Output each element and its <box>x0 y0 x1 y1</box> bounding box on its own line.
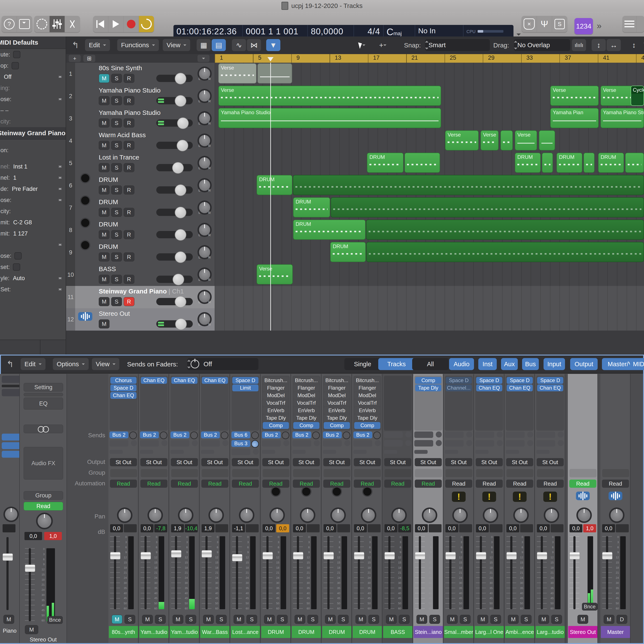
plugin-slot[interactable]: Bitcrush... <box>263 377 289 384</box>
fader-cap[interactable] <box>110 552 120 559</box>
volume-slider[interactable] <box>156 142 193 149</box>
play-button[interactable] <box>108 16 124 32</box>
rewind-button[interactable] <box>93 16 108 32</box>
channel-name[interactable]: Ambi...ence <box>505 626 534 638</box>
plugin-slot[interactable]: Chan EQ <box>110 392 137 399</box>
fader-cap[interactable] <box>506 552 517 559</box>
pan-knob[interactable]: LR <box>197 267 212 282</box>
send-level-knob[interactable] <box>190 431 198 439</box>
group-slot[interactable] <box>201 469 229 477</box>
send-slot[interactable]: Bus 3 <box>231 440 250 447</box>
automation-mode-button[interactable]: Read <box>569 480 596 488</box>
pan-knob[interactable]: LR <box>197 178 212 192</box>
mixer-mode-tracks[interactable]: Tracks <box>378 358 415 370</box>
volume-slider-thumb[interactable] <box>175 296 186 308</box>
track-header[interactable]: 11Steinway Grand Piano | Ch1MSRLR <box>66 286 215 309</box>
midi-region[interactable] <box>583 153 595 173</box>
channel-name[interactable]: Yam...tudio <box>139 626 169 638</box>
track-header[interactable]: 8DRUMMSRLR <box>66 219 215 242</box>
fader-cap[interactable] <box>415 552 425 559</box>
snap-select[interactable]: Smart <box>425 39 490 51</box>
volume-slider[interactable] <box>156 276 193 283</box>
automation-mode-button[interactable]: Read <box>201 480 228 488</box>
inspector-row-value[interactable]: Auto <box>13 275 25 282</box>
empty-send-slot[interactable] <box>109 440 128 447</box>
track-solo-button[interactable]: S <box>111 297 122 306</box>
peak-db-value[interactable] <box>368 524 381 532</box>
output-slot[interactable]: St Out <box>354 458 381 466</box>
peak-db-value[interactable]: -8,5 <box>398 524 411 532</box>
automation-mode-button[interactable]: Read <box>415 480 442 488</box>
functions-menu[interactable]: Functions <box>117 39 159 51</box>
plugin-slot[interactable]: Tape Dly <box>415 384 441 391</box>
mixer-mode-all[interactable]: All <box>412 358 449 370</box>
plugin-slot[interactable]: Comp <box>263 422 289 429</box>
track-header[interactable]: 5Lost in TranceMSRLR <box>66 152 215 175</box>
zoom-updown-button[interactable]: ↕ <box>627 39 641 51</box>
fader-cap[interactable] <box>263 552 273 559</box>
pan-knob[interactable] <box>576 507 592 523</box>
channel-strip[interactable]: Space DLimitBus 6Bus 3St OutRead-1,10369… <box>230 374 260 643</box>
volume-slider-thumb[interactable] <box>177 140 188 151</box>
volume-slider[interactable] <box>156 186 193 194</box>
playhead-marker[interactable] <box>267 57 273 63</box>
edit-menu[interactable]: Edit <box>85 39 110 51</box>
volume-slider-thumb[interactable] <box>175 318 187 330</box>
channel-strip[interactable]: Bitcrush...FlangerModDelVocalTrfEnVerbTa… <box>322 374 352 643</box>
mute-button[interactable]: M <box>25 625 38 634</box>
volume-slider[interactable] <box>156 209 193 216</box>
pan-knob[interactable] <box>544 507 559 523</box>
track-solo-button[interactable]: S <box>111 185 122 194</box>
track-record-button[interactable]: R <box>124 74 134 83</box>
horizontal-zoom-button[interactable]: ↔ <box>607 39 621 51</box>
volume-slider[interactable] <box>156 119 193 127</box>
channel-solo-button[interactable]: S <box>125 615 135 624</box>
stepper-icon[interactable] <box>58 287 62 292</box>
output-slot[interactable]: St Out <box>476 458 503 466</box>
mixer-filter-output[interactable]: Output <box>570 358 598 370</box>
volume-db-value[interactable]: 0,0 <box>506 524 519 532</box>
plugin-slot[interactable]: ModDel <box>324 392 350 399</box>
track-solo-button[interactable]: S <box>111 141 122 150</box>
output-slot[interactable]: St Out <box>323 458 350 466</box>
track-record-button[interactable]: R <box>124 163 134 172</box>
fader-cap[interactable] <box>384 552 395 559</box>
pan-knob[interactable] <box>269 507 285 523</box>
inspector-row-value[interactable]: Inst 1 <box>13 163 27 170</box>
stepper-icon[interactable] <box>58 74 62 79</box>
empty-send-slot[interactable] <box>475 431 494 438</box>
channel-name[interactable]: Stein...iano <box>414 626 443 638</box>
send-slot[interactable]: Bus 2 <box>201 431 220 438</box>
empty-send-slot[interactable] <box>414 431 433 438</box>
track-record-button[interactable]: R <box>124 230 134 239</box>
channel-name[interactable]: Master <box>601 626 630 638</box>
mixer-filter-bus[interactable]: Bus <box>522 358 539 370</box>
midi-defaults-header[interactable]: MIDI Defaults <box>0 36 66 49</box>
midi-region[interactable]: DRUM <box>367 153 404 173</box>
plugin-slot[interactable]: Flanger <box>293 384 319 391</box>
channel-solo-button[interactable]: S <box>399 615 410 624</box>
group-slot[interactable] <box>293 469 320 477</box>
plugin-slot[interactable]: Channel... <box>446 384 472 391</box>
output-slot[interactable]: St Out <box>506 458 533 466</box>
volume-slider[interactable] <box>156 75 193 82</box>
channel-strip[interactable]: CompTape DlySt OutRead0,0036912151821243… <box>413 374 443 643</box>
fader-cap[interactable] <box>476 552 486 559</box>
track-record-button[interactable]: R <box>124 252 134 261</box>
peak-db-value[interactable] <box>246 524 259 532</box>
track-inspector-header[interactable]: Steinway Grand Piano <box>0 127 66 140</box>
track-header[interactable]: 180s Sine SynthMSRLR <box>66 63 215 85</box>
track-record-button[interactable]: R <box>124 141 134 150</box>
checkbox[interactable] <box>14 252 22 260</box>
plugin-slot[interactable]: VocalTrf <box>354 399 380 406</box>
plugin-slot[interactable]: Comp <box>354 422 380 429</box>
plugin-slot[interactable]: Tape Dly <box>263 415 289 421</box>
group-slot[interactable] <box>140 469 168 477</box>
mixer-view-menu[interactable]: View <box>92 358 119 370</box>
notes-button[interactable] <box>636 16 644 32</box>
inspector-row-value[interactable]: Pre Fader <box>12 186 38 192</box>
pan-knob[interactable] <box>147 507 163 523</box>
channel-mute-button[interactable]: M <box>416 615 427 624</box>
track-record-button[interactable]: R <box>124 275 134 284</box>
output-slot[interactable]: St Out <box>262 458 289 466</box>
